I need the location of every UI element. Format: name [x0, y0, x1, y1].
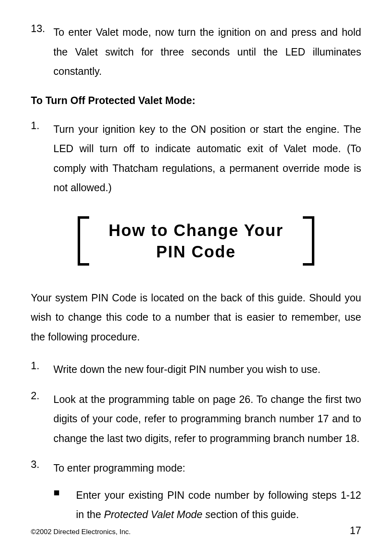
- list-text-13: To enter Valet mode, now turn the igniti…: [53, 23, 361, 81]
- bracket-right-icon: [300, 216, 314, 266]
- list-item-13: 13. To enter Valet mode, now turn the ig…: [31, 23, 361, 81]
- pin-list-number-3: 3.: [31, 458, 53, 478]
- sub-bullet-text: Enter your existing PIN code number by f…: [76, 486, 361, 525]
- section-title: How to Change Your PIN Code: [92, 216, 300, 266]
- bracket-left-icon: [78, 216, 92, 266]
- subheading-turn-off: To Turn Off Protected Valet Mode:: [31, 95, 361, 106]
- footer-copyright: ©2002 Directed Electronics, Inc.: [31, 528, 131, 536]
- turnoff-list-item-1: 1. Turn your ignition key to the ON posi…: [31, 120, 361, 198]
- sub-bullet-item: ■ Enter your existing PIN code number by…: [53, 486, 361, 525]
- sub-bullet-italic: Protected Valet Mode s: [104, 509, 210, 520]
- turnoff-list-number-1: 1.: [31, 120, 53, 198]
- pin-list-text-2: Look at the programming table on page 26…: [53, 390, 361, 449]
- pin-list-number-1: 1.: [31, 360, 53, 379]
- footer-page-number: 17: [350, 525, 361, 537]
- intro-paragraph: Your system PIN Code is located on the b…: [31, 288, 361, 347]
- sub-bullet-post: ection of this guide.: [210, 509, 299, 520]
- page-footer: ©2002 Directed Electronics, Inc. 17: [31, 525, 361, 537]
- list-number-13: 13.: [31, 23, 53, 81]
- pin-list-text-3: To enter programming mode:: [53, 458, 361, 478]
- turnoff-list-text-1: Turn your ignition key to the ON positio…: [53, 120, 361, 198]
- section-title-container: How to Change Your PIN Code: [31, 216, 361, 266]
- pin-list-number-2: 2.: [31, 390, 53, 449]
- section-title-line2: PIN Code: [156, 243, 236, 261]
- pin-list-item-3: 3. To enter programming mode:: [31, 458, 361, 478]
- pin-list-text-1: Write down the new four-digit PIN number…: [53, 360, 361, 379]
- square-bullet-icon: ■: [53, 486, 76, 525]
- pin-list-item-2: 2. Look at the programming table on page…: [31, 390, 361, 449]
- section-title-line1: How to Change Your: [108, 221, 284, 239]
- pin-list-item-1: 1. Write down the new four-digit PIN num…: [31, 360, 361, 379]
